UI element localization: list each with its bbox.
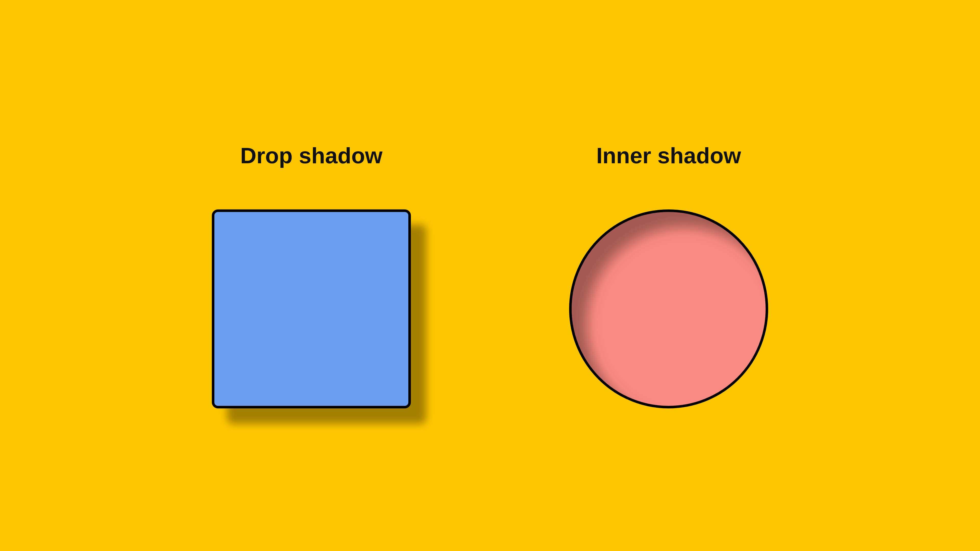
square-with-drop-shadow: [212, 210, 411, 408]
circle-with-inner-shadow: [569, 210, 768, 408]
drop-shadow-label: Drop shadow: [240, 143, 382, 168]
inner-shadow-label: Inner shadow: [596, 143, 741, 168]
inner-shadow-example: Inner shadow: [569, 143, 768, 408]
drop-shadow-example: Drop shadow: [212, 143, 411, 408]
